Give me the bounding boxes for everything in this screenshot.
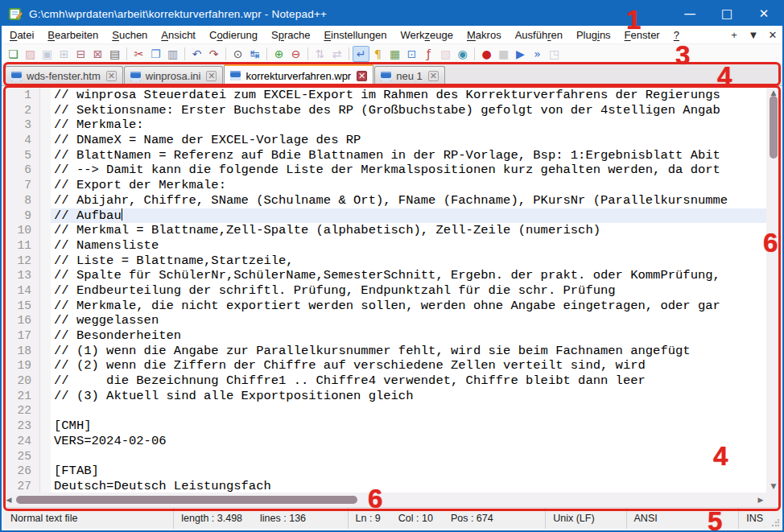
scroll-right-icon[interactable]: ▶ (755, 493, 766, 506)
toolbar-separator (474, 47, 475, 60)
menu-item-fenster[interactable]: Fenster (618, 27, 666, 43)
editor-line[interactable]: // Liste = Blattname,Startzeile, (51, 254, 766, 269)
tab-winprosa-ini[interactable]: winprosa.ini✕ (124, 66, 224, 85)
redo-icon[interactable]: ↷ (205, 46, 222, 62)
editor-line[interactable]: // (1) wenn die Angabe zur Parallelkursn… (51, 344, 766, 359)
editor-area[interactable]: 1234567891011121314151617181920212223242… (3, 86, 781, 493)
menu-item-plugins[interactable]: Plugins (570, 27, 617, 43)
menu-item-codierung[interactable]: Codierung (203, 27, 264, 43)
editor-line[interactable]: // Merkmale: (51, 118, 766, 133)
sync-horizontal-icon[interactable]: ⇄ (328, 46, 345, 62)
tab-close-icon[interactable]: ✕ (206, 71, 217, 81)
open-file-icon[interactable]: ▨ (22, 46, 39, 62)
save-all-icon[interactable]: ⊞ (56, 46, 72, 62)
maximize-button[interactable]: □ (708, 2, 745, 26)
paste-icon[interactable]: ▥ (164, 46, 181, 62)
folder-as-workspace-icon[interactable]: ▧ (437, 46, 454, 62)
menu-item-datei[interactable]: Datei (3, 27, 40, 43)
macro-play-icon[interactable]: ▶ (512, 46, 529, 62)
vertical-scrollbar-thumb[interactable] (770, 96, 778, 159)
title-bar[interactable]: G:\cmh\wprdaten\arbeit\korrekturverfahre… (2, 2, 782, 26)
menu-item-makros[interactable]: Makros (460, 27, 508, 43)
find-icon[interactable]: ⊙ (229, 46, 246, 62)
macro-stop-icon[interactable]: ■ (495, 46, 512, 62)
editor-line[interactable]: // Merkmal = Blattname,Zell-Spalte (alph… (51, 223, 766, 238)
zoom-in-icon[interactable]: ⊕ (270, 46, 287, 62)
editor-line[interactable]: // (2) wenn die Ziffern der Chiffre auf … (51, 358, 766, 373)
horizontal-scrollbar-thumb[interactable] (16, 496, 357, 504)
new-tab-button[interactable]: + (724, 29, 744, 41)
editor-line[interactable]: // Namensliste (51, 238, 766, 254)
replace-icon[interactable]: ↹ (246, 46, 263, 62)
text-area[interactable]: // winprosa Steuerdatei zum EXCEL-Export… (51, 86, 766, 493)
editor-line[interactable] (51, 403, 766, 419)
editor-line[interactable]: // Merkmale, die nicht exportiert werden… (51, 299, 766, 314)
tab-close-icon[interactable]: ✕ (357, 71, 367, 81)
function-list-icon[interactable]: ƒ (420, 46, 437, 62)
sync-vertical-icon[interactable]: ⇅ (312, 46, 328, 62)
menu-item-ansicht[interactable]: Ansicht (155, 27, 202, 43)
editor-line[interactable]: // winprosa Steuerdatei zum EXCEL-Export… (51, 88, 766, 103)
print-icon[interactable]: ▤ (106, 46, 123, 62)
new-file-icon[interactable]: ❏ (5, 46, 22, 62)
close-document-button[interactable]: ✕ (763, 29, 782, 41)
menu-item-ausfhren[interactable]: Ausführen (509, 27, 569, 43)
macro-record-icon[interactable]: ● (478, 46, 495, 62)
tab-close-icon[interactable]: ✕ (428, 71, 439, 81)
editor-line[interactable]: // Spalte für SchülerNr,SchülerName,Seme… (51, 268, 766, 283)
menu-item-einstellungen[interactable]: Einstellungen (317, 27, 393, 43)
word-wrap-icon[interactable]: ↵ (353, 46, 369, 62)
editor-line[interactable]: // Abijahr, Chiffre, SName (Schulname & … (51, 193, 766, 208)
notepadpp-window: G:\cmh\wprdaten\arbeit\korrekturverfahre… (0, 0, 784, 532)
editor-line[interactable]: // Endbeurteilung der schriftl. Prüfung,… (51, 283, 766, 299)
menu-item-bearbeiten[interactable]: Bearbeiten (41, 27, 105, 43)
close-button[interactable]: ✕ (745, 2, 782, 26)
tab-korrekturverfahren-wpr[interactable]: korrekturverfahren.wpr✕ (224, 64, 373, 85)
macro-run-multiple-icon[interactable]: » (529, 46, 546, 62)
document-map-icon[interactable]: ▦ (386, 46, 403, 62)
editor-line[interactable]: VERS=2024-02-06 (51, 434, 766, 449)
editor-line[interactable]: // DNameX = Name der EXCEL-Vorlage des R… (51, 133, 766, 148)
editor-line[interactable]: Deutsch=Deutsch Leistungsfach (51, 479, 766, 493)
editor-line[interactable]: // --> Damit kann die folgende Liste der… (51, 163, 766, 178)
line-number: 26 (3, 464, 39, 479)
scroll-left-icon[interactable]: ◀ (3, 493, 14, 506)
editor-line[interactable]: // Aufbau (51, 208, 766, 224)
status-cursor-position-value: Ln : 9 (356, 513, 381, 524)
close-file-icon[interactable]: ⊟ (72, 46, 89, 62)
tab-list-dropdown-icon[interactable]: ▼ (744, 29, 763, 41)
menu-item-sprache[interactable]: Sprache (265, 27, 316, 43)
save-icon[interactable]: ▣ (39, 46, 56, 62)
bookmark-margin[interactable] (40, 86, 51, 493)
menu-item-werkzeuge[interactable]: Werkzeuge (394, 27, 460, 43)
resize-grip-icon[interactable] (771, 519, 779, 527)
tab-close-icon[interactable]: ✕ (106, 71, 117, 81)
editor-line[interactable]: [FTAB] (51, 464, 766, 479)
close-all-icon[interactable]: ⊠ (89, 46, 106, 62)
menu-item-?[interactable]: ? (667, 27, 686, 43)
editor-line[interactable]: // weggelassen (51, 313, 766, 328)
editor-line[interactable] (51, 449, 766, 464)
editor-line[interactable]: // Export der Merkmale: (51, 178, 766, 193)
monitoring-icon[interactable]: ◉ (454, 46, 471, 62)
macro-save-icon[interactable]: ◳ (546, 46, 563, 62)
horizontal-scrollbar[interactable]: ◀ ▶ (3, 493, 766, 507)
editor-line[interactable]: // Besonderheiten (51, 328, 766, 344)
document-switcher-icon[interactable]: ⊡ (403, 46, 420, 62)
undo-icon[interactable]: ↶ (188, 46, 205, 62)
copy-icon[interactable]: ❐ (147, 46, 164, 62)
minimize-button[interactable]: — (671, 2, 708, 26)
zoom-out-icon[interactable]: ⊖ (287, 46, 304, 62)
scroll-down-icon[interactable]: ▼ (771, 480, 777, 493)
show-all-characters-icon[interactable]: ¶ (369, 46, 386, 62)
editor-line[interactable]: // Sektionsname: Erster Buchstabe des RP… (51, 103, 766, 118)
editor-line[interactable]: // die Bezeichnung Chiffre1 .. Chiffre4 … (51, 373, 766, 389)
cut-icon[interactable]: ✂ (130, 46, 147, 62)
tab-wds-fenster-htm[interactable]: wds-fenster.htm✕ (5, 66, 123, 85)
editor-line[interactable]: [CMH] (51, 419, 766, 434)
editor-line[interactable]: // BlattNamen = Referenz auf Bdie Blattn… (51, 148, 766, 163)
editor-line[interactable]: // (3) Aktuell sind alle Exportpositione… (51, 389, 766, 404)
menu-item-suchen[interactable]: Suchen (105, 27, 154, 43)
tab-neu-1[interactable]: neu 1✕ (374, 66, 445, 85)
vertical-scrollbar[interactable]: ▲ ▼ (766, 86, 781, 493)
